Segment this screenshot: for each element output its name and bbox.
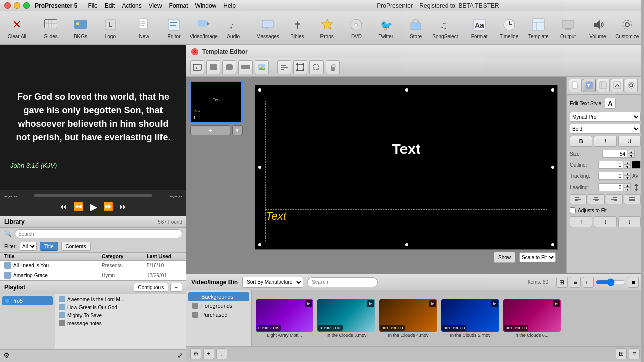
vert-middle-button[interactable]: ↕ (594, 216, 616, 227)
rewind-button[interactable]: ⏪ (73, 202, 84, 211)
col-title-header[interactable]: Title (4, 254, 102, 259)
menu-format[interactable]: Format (169, 2, 188, 9)
rewind-start-button[interactable]: ⏮ (59, 202, 67, 211)
video-thumbnail-4[interactable]: ▶ 00:00:30.03 In the Clouds 6.... (503, 299, 561, 338)
timeline-button[interactable]: Timeline (495, 13, 523, 43)
editor-button[interactable]: Editor (160, 13, 188, 43)
video-image-button[interactable]: Video/Image (190, 13, 218, 43)
menu-file[interactable]: File (88, 2, 97, 9)
outline-up-button[interactable]: ▲ (624, 161, 631, 165)
progress-bar[interactable] (34, 194, 152, 197)
vert-top-button[interactable]: ↑ (570, 216, 592, 227)
sort-select[interactable]: Sort By Manufacture (242, 277, 303, 288)
rounded-rect-button[interactable] (222, 60, 236, 74)
bin-view-list-button[interactable]: ≡ (629, 348, 640, 359)
align-left-button[interactable] (570, 194, 587, 204)
customize-button[interactable]: Customize (613, 13, 641, 43)
font-select[interactable]: Myriad Pro (570, 112, 641, 122)
audio-button[interactable]: ♪ Audio (220, 13, 248, 43)
align-justify-button[interactable] (624, 194, 641, 204)
fast-forward-button[interactable]: ⏩ (103, 202, 113, 211)
volume-button[interactable]: Volume (584, 13, 612, 43)
size-input[interactable] (602, 150, 627, 158)
bin-size-small-button[interactable]: □ (583, 277, 594, 288)
slide-thumbnail-1[interactable]: Text Text 1. (190, 81, 243, 123)
bin-size-slider[interactable] (596, 277, 626, 288)
playlist-expand-icon[interactable]: ⤢ (177, 351, 183, 359)
playlist-source-pro5[interactable]: Pro5 (2, 296, 53, 305)
playlist-item[interactable]: How Great is Our God (56, 303, 185, 311)
dvd-button[interactable]: DVD (343, 13, 370, 43)
playlist-gear-icon[interactable]: ⚙ (3, 351, 10, 359)
outline-input[interactable] (598, 161, 623, 169)
tracking-input[interactable] (598, 172, 623, 180)
resize-button[interactable] (293, 60, 307, 74)
filter-title-button[interactable]: Title (40, 242, 58, 251)
bin-import-button[interactable]: ↓ (216, 348, 227, 359)
clear-all-button[interactable]: ✕ Clear All (3, 13, 31, 43)
category-backgrounds[interactable]: Backgrounds (188, 292, 249, 301)
bin-view-grid-button[interactable]: ⊞ (616, 348, 627, 359)
maximize-button[interactable] (23, 2, 30, 9)
italic-button[interactable]: I (594, 136, 616, 147)
playlist-item[interactable]: message notes (56, 319, 185, 327)
tracking-up-button[interactable]: ▲ (624, 172, 631, 176)
video-thumbnail-0[interactable]: ▶ 00:00:29.99 Light Array Moti... (256, 299, 313, 338)
library-row[interactable]: All I need is You Presenta... 5/16/10 (0, 261, 186, 270)
props-file-button[interactable] (569, 79, 582, 92)
props-text-button[interactable]: T (583, 79, 596, 92)
outline-down-button[interactable]: ▼ (624, 165, 631, 169)
playlist-minus-button[interactable]: − (170, 283, 182, 292)
underline-button[interactable]: U (618, 136, 641, 147)
bibles-button[interactable]: ✝ Bibles (283, 13, 311, 43)
adjusts-checkbox[interactable] (570, 207, 576, 213)
category-foregrounds[interactable]: Foregrounds (188, 301, 249, 310)
fast-forward-end-button[interactable]: ⏭ (119, 202, 127, 211)
category-purchased[interactable]: Purchased (188, 310, 249, 319)
panel-resize-handle[interactable] (641, 0, 644, 362)
bin-list-view-button[interactable]: ≡ (570, 277, 581, 288)
close-button[interactable] (4, 2, 11, 9)
video-search-input[interactable] (307, 277, 378, 287)
output-button[interactable]: Output (554, 13, 582, 43)
menu-help[interactable]: Help (223, 2, 236, 9)
menu-window[interactable]: Window (195, 2, 217, 9)
crop-button[interactable] (309, 60, 324, 74)
props-gear-button[interactable] (625, 79, 638, 92)
add-slide-button[interactable]: + (190, 125, 230, 135)
video-thumbnail-2[interactable]: ▶ 00:00:30.03 In the Clouds 4.mov (379, 299, 437, 338)
leading-up-button[interactable]: ▲ (624, 183, 631, 187)
tracking-down-button[interactable]: ▼ (624, 176, 631, 180)
image-button[interactable] (255, 60, 269, 74)
template-editor-close-button[interactable]: ✕ (191, 48, 198, 55)
slides-button[interactable]: Slides (37, 13, 65, 43)
filter-select[interactable]: All (20, 242, 37, 251)
menu-view[interactable]: View (149, 2, 162, 9)
lock-button[interactable] (326, 60, 340, 74)
align-left-button[interactable] (277, 60, 291, 74)
library-search-input[interactable] (15, 229, 182, 238)
props-style-button[interactable] (611, 79, 624, 92)
video-thumbnail-3[interactable]: ▶ 00:00:30.03 In the Clouds 5.mov (441, 299, 499, 338)
contiguous-button[interactable]: Contiguous (134, 283, 169, 292)
songselect-button[interactable]: ♫ SongSelect (431, 13, 459, 43)
bin-settings-button[interactable]: ⚙ (190, 348, 201, 359)
leading-down-button[interactable]: ▼ (624, 187, 631, 191)
scale-select[interactable]: Scale to Fit (519, 252, 556, 262)
menu-edit[interactable]: Edit (105, 2, 115, 9)
leading-input[interactable] (598, 183, 623, 191)
messages-button[interactable]: Messages (254, 13, 282, 43)
video-thumbnail-1[interactable]: ▶ 00:00:30.03 In the Clouds 3.mov (317, 299, 375, 338)
bin-add-button[interactable]: + (203, 348, 214, 359)
font-weight-select[interactable]: Bold (570, 124, 641, 134)
new-button[interactable]: New (130, 13, 158, 43)
bold-button[interactable]: B (570, 136, 592, 147)
rectangle-button[interactable] (206, 60, 220, 74)
vert-bottom-button[interactable]: ↓ (618, 216, 641, 227)
slide-menu-button[interactable]: ▼ (232, 125, 243, 135)
outline-color-swatch[interactable] (632, 161, 641, 169)
size-up-button[interactable]: ▲ (628, 150, 635, 154)
align-right-button[interactable] (606, 194, 623, 204)
canvas-secondary-text-box[interactable]: Text (265, 209, 547, 239)
minimize-button[interactable] (14, 2, 20, 9)
